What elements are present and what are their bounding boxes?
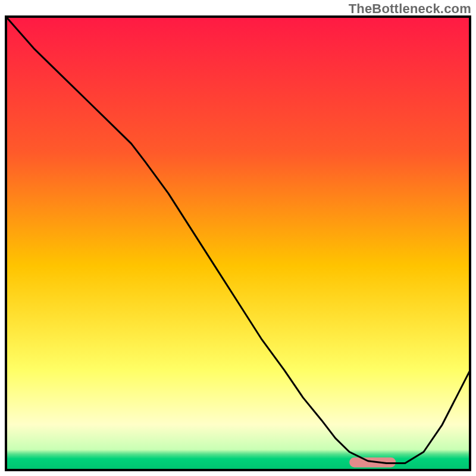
bottleneck-chart bbox=[0, 0, 476, 476]
chart-background-gradient bbox=[6, 17, 470, 470]
watermark-label: TheBottleneck.com bbox=[349, 1, 471, 17]
